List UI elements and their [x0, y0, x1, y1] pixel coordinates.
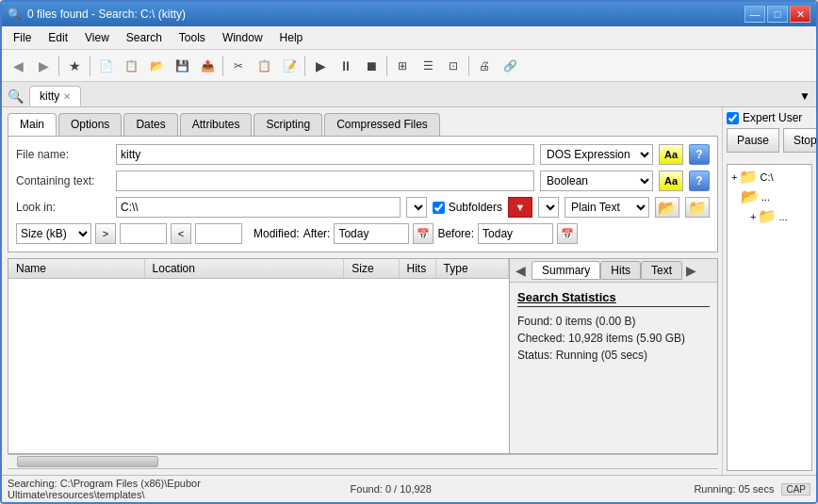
file-name-input[interactable] — [116, 144, 534, 165]
pause-button[interactable]: Pause — [727, 128, 779, 153]
results-tab-hits[interactable]: Hits — [600, 261, 641, 280]
col-name[interactable]: Name — [8, 259, 145, 278]
filter-dropdown[interactable] — [538, 197, 559, 218]
filter-icon-button[interactable]: ▼ — [508, 197, 532, 218]
scroll-thumb[interactable] — [17, 456, 158, 467]
before-calendar-button[interactable]: 📅 — [557, 223, 578, 244]
view1-button[interactable]: ⊞ — [390, 54, 415, 78]
col-type[interactable]: Type — [436, 259, 509, 278]
expert-user-checkbox[interactable] — [727, 112, 739, 124]
right-sidebar: Expert User Pause Stop + 📁 C:\ 📂 ... + — [722, 107, 816, 475]
stop-button[interactable]: Stop — [783, 128, 816, 153]
play-button[interactable]: ▶ — [308, 54, 333, 78]
look-in-input[interactable] — [116, 197, 401, 218]
col-size[interactable]: Size — [344, 259, 399, 278]
results-tab-summary[interactable]: Summary — [532, 261, 600, 280]
before-date-input[interactable] — [478, 223, 553, 244]
tab-options[interactable]: Options — [58, 113, 122, 136]
folder-open-button[interactable]: 📂 — [655, 197, 679, 218]
file-name-mode-select[interactable]: DOS Expression RegEx — [540, 144, 653, 165]
tab-attributes[interactable]: Attributes — [180, 113, 253, 136]
copy-button[interactable]: 📋 — [119, 54, 143, 78]
search-form: File name: DOS Expression RegEx Aa ? Con… — [8, 137, 718, 252]
open-button[interactable]: 📂 — [144, 54, 169, 78]
tree-item-sub2[interactable]: + 📁 ... — [729, 206, 810, 226]
back-button[interactable]: ◀ — [6, 54, 30, 78]
menu-search[interactable]: Search — [119, 28, 170, 47]
after-calendar-button[interactable]: 📅 — [413, 223, 434, 244]
after-date-input[interactable] — [334, 223, 409, 244]
folder-button[interactable]: 📁 — [685, 197, 710, 218]
results-tab-text[interactable]: Text — [641, 261, 682, 280]
save-button[interactable]: 💾 — [170, 54, 194, 78]
tab-main[interactable]: Main — [8, 113, 57, 136]
results-content: Search Statistics Found: 0 items (0.00 B… — [510, 283, 717, 453]
stat-status: Status: Running (05 secs) — [517, 349, 710, 362]
containing-text-mode-select[interactable]: Boolean RegEx — [540, 171, 653, 191]
results-prev-button[interactable]: ◀ — [512, 261, 530, 280]
toolbar-separator-5 — [386, 56, 387, 76]
col-location[interactable]: Location — [145, 259, 345, 278]
greater-than-button[interactable]: > — [95, 223, 116, 244]
file-list-header: Name Location Size Hits Type — [8, 259, 509, 279]
results-next-button[interactable]: ▶ — [682, 261, 700, 280]
tree-item-label-2: ... — [778, 211, 787, 222]
horizontal-scrollbar[interactable] — [8, 454, 718, 469]
new-button[interactable]: 📄 — [93, 54, 118, 78]
search-tab[interactable]: kitty ✕ — [29, 86, 81, 106]
tree-expand-icon-2: + — [750, 211, 756, 222]
containing-text-input[interactable] — [116, 171, 534, 191]
paste-button[interactable]: 📋 — [252, 54, 276, 78]
forward-button[interactable]: ▶ — [31, 54, 56, 78]
menu-file[interactable]: File — [6, 28, 39, 47]
close-button[interactable]: ✕ — [790, 6, 810, 23]
app-window: 🔍 0 files found - Search: C:\ (kitty) — … — [0, 0, 818, 504]
menu-view[interactable]: View — [77, 28, 117, 47]
tree-item-root[interactable]: + 📁 C:\ — [729, 167, 810, 187]
tab-dates[interactable]: Dates — [123, 113, 177, 136]
tab-dropdown-arrow[interactable]: ▼ — [799, 89, 810, 103]
menu-edit[interactable]: Edit — [41, 28, 75, 47]
help-button-2[interactable]: ? — [689, 171, 710, 191]
favorite-button[interactable]: ★ — [62, 54, 87, 78]
pause-toolbar-button[interactable]: ⏸ — [334, 54, 358, 78]
file-list-body — [8, 279, 509, 453]
search-tab-label: kitty — [40, 89, 59, 103]
view2-button[interactable]: ☰ — [416, 54, 440, 78]
search-tab-close[interactable]: ✕ — [63, 91, 71, 102]
menu-window[interactable]: Window — [215, 28, 270, 47]
menu-tools[interactable]: Tools — [172, 28, 213, 47]
tab-scripting[interactable]: Scripting — [254, 113, 322, 136]
tree-item-sub1[interactable]: 📂 ... — [729, 187, 810, 206]
export-button[interactable]: 📤 — [195, 54, 220, 78]
look-in-row: Look in: Subfolders ▼ Plain Text RegEx — [16, 197, 710, 218]
size-unit-select[interactable]: Size (kB) Size (B) Size (MB) — [16, 223, 91, 244]
main-tabs: Main Options Dates Attributes Scripting … — [8, 113, 718, 137]
maximize-button[interactable]: □ — [767, 6, 788, 23]
cut-button[interactable]: ✂ — [226, 54, 251, 78]
print-button[interactable]: 🖨 — [472, 54, 497, 78]
size-min-input[interactable] — [120, 223, 167, 244]
menu-help[interactable]: Help — [272, 28, 311, 47]
tree-item-label: C:\ — [760, 171, 773, 183]
expert-user-label: Expert User — [743, 111, 802, 124]
search-bar: 🔍 kitty ✕ ▼ — [2, 82, 816, 107]
subfolders-checkbox[interactable] — [433, 202, 445, 214]
tab-compressed-files[interactable]: Compressed Files — [324, 113, 440, 136]
aa-case-button-1[interactable]: Aa — [659, 144, 683, 165]
minimize-button[interactable]: — — [744, 6, 765, 23]
view3-button[interactable]: ⊡ — [441, 54, 466, 78]
col-hits[interactable]: Hits — [400, 259, 436, 278]
status-caps: CAP — [781, 483, 810, 496]
help-button-1[interactable]: ? — [689, 144, 710, 165]
stop-toolbar-button[interactable]: ⏹ — [359, 54, 384, 78]
aa-case-button-2[interactable]: Aa — [659, 171, 683, 191]
properties-button[interactable]: 📝 — [277, 54, 302, 78]
look-in-dropdown[interactable] — [406, 197, 427, 218]
text-mode-select[interactable]: Plain Text RegEx — [564, 197, 649, 218]
file-name-label: File name: — [16, 148, 110, 161]
size-max-input[interactable] — [195, 223, 242, 244]
less-than-button[interactable]: < — [171, 223, 191, 244]
file-list-area: Name Location Size Hits Type ◀ Summary H… — [8, 258, 718, 454]
link-button[interactable]: 🔗 — [498, 54, 522, 78]
